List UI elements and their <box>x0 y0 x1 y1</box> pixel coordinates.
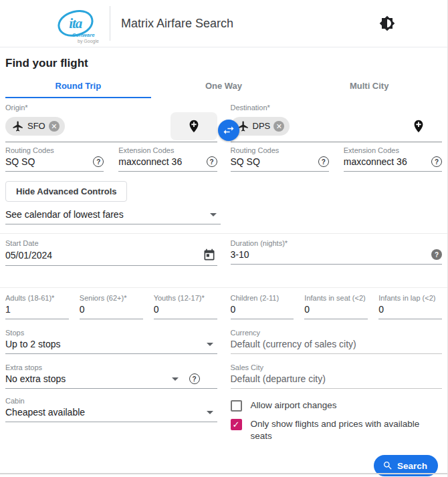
routing-codes-label: Routing Codes <box>231 146 329 154</box>
destination-field[interactable]: Destination* DPS ✕ <box>231 104 443 142</box>
infants-in-lap-label: Infants in lap (<2) <box>378 294 442 302</box>
return-extension-codes-field[interactable]: Extension Codes maxconnect 36 ? <box>344 146 442 172</box>
start-date-field[interactable]: Start Date 05/01/2024 <box>5 239 217 266</box>
app-title: Matrix Airfare Search <box>121 17 233 31</box>
destination-chip-label: DPS <box>253 121 271 131</box>
youths-value[interactable]: 0 <box>154 304 217 315</box>
stops-label: Stops <box>5 329 217 337</box>
logo-ita-text: ita <box>69 15 82 32</box>
allow-airport-changes-checkbox[interactable]: Allow airport changes <box>231 400 443 412</box>
passengers-row: Adults (18-61)* 1 Seniors (62+)* 0 Youth… <box>5 294 442 319</box>
routing-codes-help-icon[interactable]: ? <box>93 156 104 167</box>
cabin-select[interactable]: Cabin Cheapest available <box>5 397 217 422</box>
checkbox-unchecked-icon[interactable] <box>231 400 242 412</box>
extension-codes-help-icon[interactable]: ? <box>207 156 217 167</box>
return-routing-codes-field[interactable]: Routing Codes SQ SQ ? <box>231 146 329 172</box>
calendar-of-lowest-fares-select[interactable]: See calendar of lowest fares <box>5 207 221 224</box>
seniors-field[interactable]: Seniors (62+)* 0 <box>80 294 143 319</box>
codes-row: Routing Codes SQ SQ ? Extension Codes ma… <box>5 142 442 172</box>
routing-codes-value[interactable]: SQ SQ <box>231 156 318 167</box>
header-divider <box>110 6 110 41</box>
cabin-value: Cheapest available <box>5 407 203 418</box>
youths-field[interactable]: Youths (12-17)* 0 <box>154 294 217 319</box>
origin-airport-chip[interactable]: SFO ✕ <box>5 117 65 136</box>
seniors-value[interactable]: 0 <box>80 304 143 315</box>
origin-nearby-airports-button[interactable] <box>171 112 217 140</box>
extension-codes-value[interactable]: maxconnect 36 <box>118 156 206 167</box>
sales-city-field[interactable]: Sales City Default (departure city) <box>231 363 443 389</box>
children-field[interactable]: Children (2-11) 0 <box>231 294 294 319</box>
airplane-icon <box>12 120 24 132</box>
destination-nearby-airports-button[interactable] <box>395 112 442 140</box>
routing-codes-value[interactable]: SQ SQ <box>5 156 93 167</box>
chevron-down-icon <box>207 343 213 346</box>
currency-value[interactable]: Default (currency of sales city) <box>231 339 443 349</box>
logo-by-google-text: by Google <box>78 39 99 43</box>
duration-help-icon[interactable]: ? <box>431 249 442 260</box>
swap-origin-destination-button[interactable] <box>218 120 239 141</box>
hide-advanced-controls-button[interactable]: Hide Advanced Controls <box>5 181 127 202</box>
destination-label: Destination* <box>231 104 443 112</box>
add-location-icon <box>411 119 426 134</box>
stops-select[interactable]: Stops Up to 2 stops <box>5 329 217 354</box>
logo-software-text: Software <box>72 32 95 38</box>
extra-stops-select[interactable]: Extra stops No extra stops ? <box>5 363 217 389</box>
currency-field[interactable]: Currency Default (currency of sales city… <box>231 329 443 354</box>
extension-codes-value[interactable]: maxconnect 36 <box>344 156 431 167</box>
children-value[interactable]: 0 <box>231 304 294 315</box>
allow-airport-changes-label: Allow airport changes <box>251 400 337 412</box>
sales-city-value[interactable]: Default (departure city) <box>231 373 443 384</box>
dates-row: Start Date 05/01/2024 Duration (nights)*… <box>5 239 442 266</box>
card-bottom-edge <box>0 473 447 474</box>
extension-codes-label: Extension Codes <box>118 146 217 154</box>
seniors-label: Seniors (62+)* <box>80 294 143 302</box>
currency-label: Currency <box>231 329 443 337</box>
youths-label: Youths (12-17)* <box>154 294 217 302</box>
routing-codes-help-icon[interactable]: ? <box>318 156 329 167</box>
extrastops-salescity-row: Extra stops No extra stops ? Sales City … <box>5 363 442 389</box>
ita-software-logo: ita Software by Google <box>58 11 99 36</box>
adults-label: Adults (18-61)* <box>5 294 69 302</box>
destination-airport-chip[interactable]: DPS ✕ <box>231 117 290 136</box>
infants-in-seat-field[interactable]: Infants in seat (<2) 0 <box>304 294 368 319</box>
infants-in-seat-label: Infants in seat (<2) <box>304 294 368 302</box>
tab-one-way[interactable]: One Way <box>151 77 297 98</box>
infants-in-lap-value[interactable]: 0 <box>378 304 442 315</box>
add-location-icon <box>187 119 201 134</box>
destination-chip-remove-icon[interactable]: ✕ <box>273 121 284 132</box>
matrix-airfare-search-app: ita Software by Google Matrix Airfare Se… <box>0 0 448 477</box>
adults-value[interactable]: 1 <box>5 304 69 315</box>
tab-multi-city[interactable]: Multi City <box>296 77 442 98</box>
tab-round-trip[interactable]: Round Trip <box>5 77 151 98</box>
swap-horizontal-icon <box>222 124 235 137</box>
origin-chip-label: SFO <box>27 121 45 131</box>
start-date-value[interactable]: 05/01/2024 <box>5 250 203 261</box>
cabin-checkbox-row: Cabin Cheapest available Allow airport c… <box>5 397 442 442</box>
calendar-icon[interactable] <box>203 249 216 262</box>
chevron-down-icon <box>210 213 217 216</box>
outbound-routing-codes-field[interactable]: Routing Codes SQ SQ ? <box>5 146 104 172</box>
origin-chip-remove-icon[interactable]: ✕ <box>49 121 60 132</box>
extra-stops-value: No extra stops <box>5 373 168 384</box>
available-seats-checkbox[interactable]: ✓ Only show flights and prices with avai… <box>231 418 443 442</box>
duration-field[interactable]: Duration (nights)* 3-10 ? <box>231 239 443 266</box>
duration-value[interactable]: 3-10 <box>231 249 432 260</box>
extra-stops-label: Extra stops <box>5 363 217 371</box>
search-button-label: Search <box>397 461 427 471</box>
chevron-down-icon <box>207 411 213 414</box>
extra-stops-help-icon[interactable]: ? <box>189 373 200 384</box>
stops-value: Up to 2 stops <box>5 339 203 349</box>
dark-mode-toggle-icon[interactable] <box>379 15 395 31</box>
infants-in-lap-field[interactable]: Infants in lap (<2) 0 <box>378 294 442 319</box>
origin-label: Origin* <box>5 104 217 112</box>
search-form: Find your flight Round Trip One Way Mult… <box>0 47 447 476</box>
outbound-extension-codes-field[interactable]: Extension Codes maxconnect 36 ? <box>118 146 217 172</box>
infants-in-seat-value[interactable]: 0 <box>304 304 368 315</box>
extension-codes-help-icon[interactable]: ? <box>431 156 442 167</box>
origin-destination-row: Origin* SFO ✕ Destination* <box>5 104 442 142</box>
origin-field[interactable]: Origin* SFO ✕ <box>5 104 217 142</box>
stops-currency-row: Stops Up to 2 stops Currency Default (cu… <box>5 329 442 354</box>
start-date-label: Start Date <box>5 239 217 247</box>
adults-field[interactable]: Adults (18-61)* 1 <box>5 294 69 319</box>
checkbox-checked-icon[interactable]: ✓ <box>231 419 242 430</box>
